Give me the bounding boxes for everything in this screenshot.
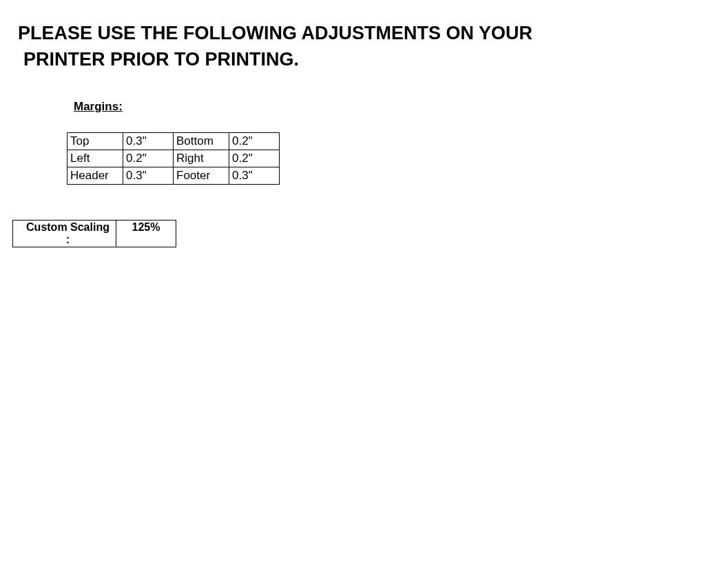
margin-value-footer: 0.3"	[229, 167, 280, 185]
custom-scaling-value: 125%	[116, 221, 176, 247]
page-title: PLEASE USE THE FOLLOWING ADJUSTMENTS ON …	[18, 21, 532, 73]
title-line-2: PRINTER PRIOR TO PRINTING.	[23, 47, 532, 73]
title-line-1: PLEASE USE THE FOLLOWING ADJUSTMENTS ON …	[18, 21, 532, 47]
margin-label-right: Right	[174, 150, 229, 167]
custom-scaling-label: Custom Scaling :	[13, 221, 116, 247]
margin-label-bottom: Bottom	[174, 133, 229, 150]
custom-scaling-box: Custom Scaling : 125%	[12, 220, 176, 247]
table-row: Left 0.2" Right 0.2"	[67, 150, 280, 167]
margins-heading: Margins:	[74, 100, 123, 114]
margin-label-left: Left	[67, 150, 123, 167]
table-row: Header 0.3" Footer 0.3"	[67, 167, 280, 185]
margin-value-right: 0.2"	[229, 150, 280, 167]
margin-label-top: Top	[67, 133, 123, 150]
margin-value-bottom: 0.2"	[229, 133, 280, 150]
margin-value-top: 0.3"	[123, 133, 174, 150]
margin-label-header: Header	[67, 167, 123, 185]
margin-label-footer: Footer	[174, 167, 229, 185]
margins-table: Top 0.3" Bottom 0.2" Left 0.2" Right 0.2…	[67, 132, 280, 185]
table-row: Top 0.3" Bottom 0.2"	[67, 133, 280, 150]
margin-value-header: 0.3"	[123, 167, 174, 185]
margin-value-left: 0.2"	[123, 150, 174, 167]
